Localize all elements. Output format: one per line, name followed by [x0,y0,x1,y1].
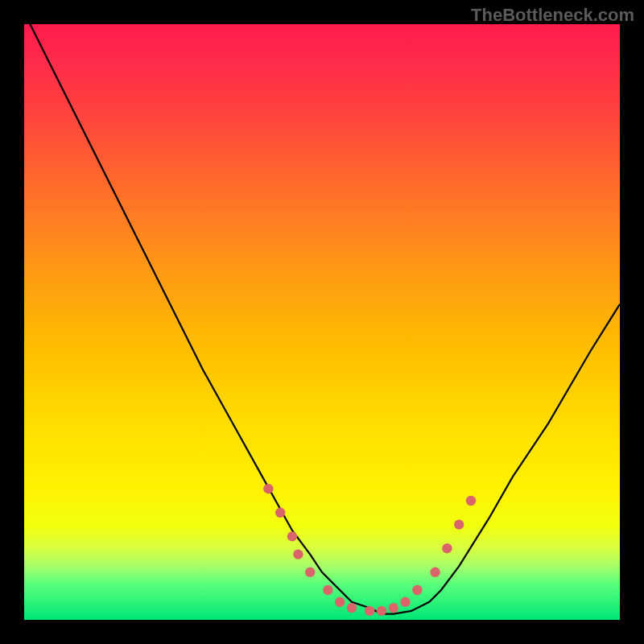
watermark-text: TheBottleneck.com [471,5,634,26]
data-marker [305,568,315,577]
data-marker [430,568,440,577]
data-marker [454,519,464,529]
chart-svg [24,24,620,620]
data-marker [412,585,422,595]
data-marker [335,597,345,607]
data-marker [275,508,285,518]
data-marker [442,543,452,553]
data-marker [389,603,398,613]
data-marker [293,549,303,559]
data-marker [323,585,332,595]
data-marker [347,603,357,613]
data-marker [365,606,374,616]
data-marker [400,597,410,607]
data-marker [466,496,476,506]
plot-area [24,24,620,620]
data-marker [377,606,386,616]
bottleneck-curve [24,24,620,614]
data-marker [263,484,273,493]
data-marker [287,531,297,541]
chart-container: TheBottleneck.com [0,0,644,644]
